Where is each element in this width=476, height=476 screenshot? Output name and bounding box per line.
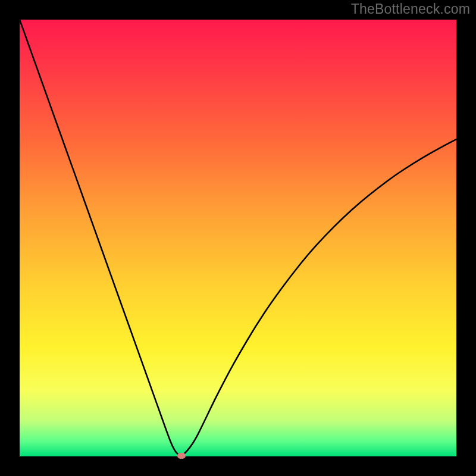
plot-area (20, 20, 456, 456)
bottleneck-chart (20, 20, 456, 456)
gradient-background (20, 20, 456, 456)
optimal-point-marker (177, 453, 186, 459)
chart-frame: TheBottleneck.com (0, 0, 476, 476)
watermark-text: TheBottleneck.com (351, 1, 470, 17)
